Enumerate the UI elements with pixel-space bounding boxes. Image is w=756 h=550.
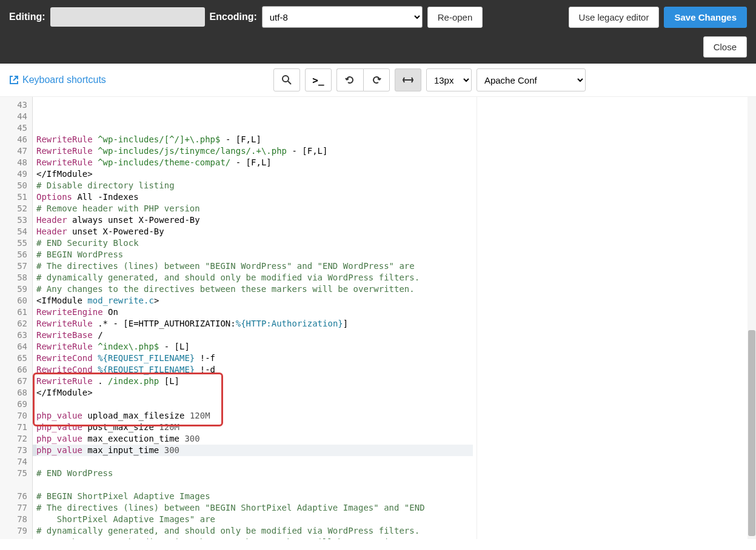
code-line[interactable]: # The directives (lines) between "BEGIN … (36, 502, 473, 514)
line-number: 67 (2, 376, 27, 387)
line-number: 73 (2, 445, 27, 456)
line-number: 63 (2, 330, 27, 341)
undo-button[interactable] (336, 68, 363, 91)
line-number: 70 (2, 410, 27, 422)
code-line[interactable]: Header always unset X-Powered-By (36, 214, 473, 226)
line-number: 52 (2, 203, 27, 214)
code-line[interactable]: RewriteCond %{REQUEST_FILENAME} !-d (36, 364, 473, 376)
line-number: 43 (2, 99, 27, 111)
code-line[interactable]: php_value max_execution_time 300 (36, 433, 473, 445)
line-number: 55 (2, 237, 27, 249)
code-line[interactable] (36, 399, 473, 410)
code-line[interactable]: RewriteRule ^index\.php$ - [L] (36, 341, 473, 353)
terminal-button[interactable]: >_ (305, 68, 332, 91)
line-number: 53 (2, 214, 27, 226)
code-line[interactable]: # END Security Block (36, 237, 473, 249)
line-number: 72 (2, 433, 27, 445)
encoding-select[interactable]: utf-8 (262, 6, 423, 28)
line-number: 51 (2, 191, 27, 203)
line-number: 78 (2, 514, 27, 525)
header-bar: Editing: Encoding: utf-8 Re-open Use leg… (0, 0, 756, 64)
line-number: 71 (2, 422, 27, 433)
reopen-button[interactable]: Re-open (427, 7, 483, 28)
line-number: 69 (2, 399, 27, 410)
line-number: 74 (2, 456, 27, 468)
scrollbar-thumb[interactable] (748, 330, 755, 536)
svg-point-0 (283, 76, 289, 82)
line-number: 64 (2, 341, 27, 353)
code-line[interactable]: RewriteRule .* - [E=HTTP_AUTHORIZATION:%… (36, 318, 473, 330)
wrap-icon (402, 76, 414, 84)
filename-input[interactable] (50, 7, 205, 27)
toolbar: Keyboard shortcuts >_ 13px Apache Conf (0, 64, 756, 97)
code-line[interactable]: </IfModule> (36, 387, 473, 399)
code-line[interactable]: RewriteEngine On (36, 306, 473, 318)
close-button[interactable]: Close (703, 36, 747, 58)
code-line[interactable]: Header unset X-Powered-By (36, 226, 473, 237)
line-number: 46 (2, 134, 27, 145)
code-line[interactable]: php_value max_input_time 300 (36, 445, 473, 456)
code-pane[interactable]: RewriteRule ^wp-includes/[^/]+\.php$ - [… (33, 97, 477, 539)
line-number: 68 (2, 387, 27, 399)
code-line[interactable]: # dynamically generated, and should only… (36, 525, 473, 537)
editing-label: Editing: (9, 12, 45, 22)
wrap-button[interactable] (395, 68, 421, 91)
search-icon (281, 75, 292, 85)
code-line[interactable]: php_value post_max_size 120M (36, 422, 473, 433)
code-line[interactable]: RewriteRule ^wp-includes/[^/]+\.php$ - [… (36, 134, 473, 145)
line-number: 59 (2, 283, 27, 295)
code-line[interactable]: Options All -Indexes (36, 191, 473, 203)
code-line[interactable]: # BEGIN WordPress (36, 249, 473, 260)
line-number: 60 (2, 295, 27, 306)
code-line[interactable]: RewriteRule ^wp-includes/theme-compat/ -… (36, 157, 473, 168)
code-line[interactable]: # The directives (lines) between "BEGIN … (36, 260, 473, 272)
search-button[interactable] (273, 68, 300, 91)
code-line[interactable] (36, 479, 473, 491)
code-line[interactable]: # Any changes to the directives between … (36, 537, 473, 539)
line-number: 47 (2, 145, 27, 157)
line-number: 56 (2, 249, 27, 260)
code-line[interactable]: RewriteBase / (36, 330, 473, 341)
code-line[interactable]: # Remove header with PHP version (36, 203, 473, 214)
keyboard-shortcuts-link[interactable]: Keyboard shortcuts (9, 75, 106, 85)
code-line[interactable] (36, 456, 473, 468)
redo-button[interactable] (363, 68, 390, 91)
code-line[interactable]: RewriteCond %{REQUEST_FILENAME} !-f (36, 353, 473, 364)
line-number: 61 (2, 306, 27, 318)
undo-icon (344, 75, 355, 85)
scrollbar-track[interactable] (748, 97, 756, 539)
save-changes-button[interactable]: Save Changes (664, 7, 747, 28)
line-number: 57 (2, 260, 27, 272)
line-number: 44 (2, 111, 27, 122)
line-number: 50 (2, 180, 27, 191)
code-line[interactable]: # BEGIN ShortPixel Adaptive Images (36, 491, 473, 502)
terminal-icon: >_ (312, 75, 324, 86)
line-number: 49 (2, 168, 27, 180)
code-line[interactable]: ShortPixel Adaptive Images" are (36, 514, 473, 525)
line-number: 65 (2, 353, 27, 364)
code-line[interactable]: # END WordPress (36, 468, 473, 479)
code-line[interactable]: # Disable directory listing (36, 180, 473, 191)
line-number: 79 (2, 525, 27, 537)
code-line[interactable]: php_value upload_max_filesize 120M (36, 410, 473, 422)
encoding-label: Encoding: (210, 12, 257, 22)
keyboard-shortcuts-label: Keyboard shortcuts (22, 75, 106, 85)
editor-area: 4344454647484950515253545556575859606162… (0, 97, 756, 539)
line-number: 54 (2, 226, 27, 237)
code-line[interactable]: RewriteRule . /index.php [L] (36, 376, 473, 387)
right-pane (477, 97, 756, 539)
line-number: 62 (2, 318, 27, 330)
line-number: 45 (2, 122, 27, 134)
code-line[interactable]: # Any changes to the directives between … (36, 283, 473, 295)
line-number: 77 (2, 502, 27, 514)
syntax-select[interactable]: Apache Conf (477, 68, 586, 91)
line-number: 66 (2, 364, 27, 376)
code-line[interactable]: </IfModule> (36, 168, 473, 180)
legacy-editor-button[interactable]: Use legacy editor (569, 7, 660, 28)
code-line[interactable]: <IfModule mod_rewrite.c> (36, 295, 473, 306)
line-number-gutter: 4344454647484950515253545556575859606162… (0, 97, 33, 539)
code-line[interactable]: RewriteRule ^wp-includes/js/tinymce/lang… (36, 145, 473, 157)
code-line[interactable]: # dynamically generated, and should only… (36, 272, 473, 283)
line-number (2, 479, 27, 491)
fontsize-select[interactable]: 13px (426, 68, 472, 91)
